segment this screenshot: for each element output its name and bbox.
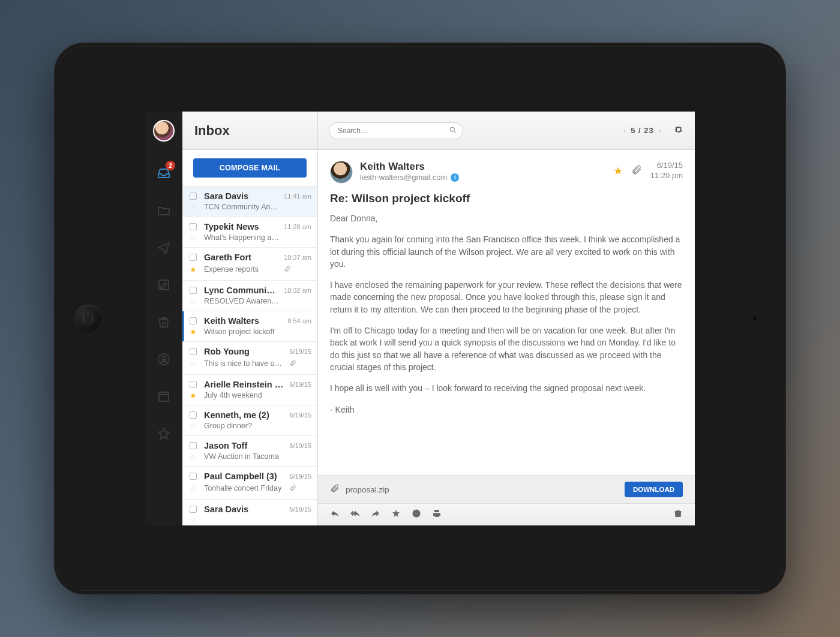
svg-point-4	[450, 127, 454, 131]
sender-avatar[interactable]	[330, 161, 353, 184]
attachment-indicator-icon	[284, 264, 311, 275]
star-icon[interactable]: ★	[190, 266, 199, 274]
attachment-name[interactable]: proposal.zip	[346, 485, 619, 494]
message-item[interactable]: Rob Young6/19/15☆This is nice to have on…	[182, 342, 317, 375]
compose-wrap: COMPOSE MAIL	[182, 150, 317, 187]
nav-drafts[interactable]	[145, 266, 182, 304]
download-button[interactable]: DOWNLOAD	[625, 482, 683, 497]
home-button[interactable]	[74, 305, 102, 332]
inbox-badge: 2	[166, 161, 175, 170]
message-sender: Kenneth, me (2)	[204, 410, 284, 420]
message-time: 6/18/15	[289, 506, 311, 513]
star-icon[interactable]: ★	[190, 328, 199, 336]
message-checkbox[interactable]	[190, 473, 197, 480]
message-time: 8:54 am	[287, 317, 311, 324]
search-field	[329, 122, 463, 139]
user-avatar[interactable]	[153, 120, 175, 142]
delete-button[interactable]	[673, 509, 683, 521]
action-bar	[318, 503, 695, 525]
search-icon[interactable]	[449, 126, 457, 137]
star-icon[interactable]: ★	[613, 164, 623, 178]
forward-button[interactable]	[371, 509, 380, 521]
message-time: 11:20 pm	[650, 171, 683, 181]
star-icon[interactable]: ☆	[190, 298, 199, 305]
message-item[interactable]: Keith Walters8:54 am★Wilson project kick…	[182, 311, 317, 342]
reply-all-button[interactable]	[350, 509, 360, 521]
message-checkbox[interactable]	[190, 254, 197, 261]
message-time: 11:41 am	[284, 193, 311, 200]
message-item[interactable]: Kenneth, me (2)6/19/15☆Group dinner?	[182, 405, 317, 436]
nav-contacts[interactable]	[145, 341, 182, 378]
tablet-frame: 2 Inbox	[54, 43, 786, 594]
pager-position: 5 / 23	[631, 126, 654, 135]
star-icon[interactable]: ☆	[190, 203, 199, 211]
nav-folders[interactable]	[145, 192, 182, 229]
message-checkbox[interactable]	[190, 193, 197, 200]
message-subject-preview: Tonhalle concert Friday	[204, 484, 284, 492]
message-checkbox[interactable]	[190, 506, 197, 513]
message-item[interactable]: Sara Davis11:41 am☆TCN Community Announc…	[182, 187, 317, 217]
search-input[interactable]	[329, 122, 463, 139]
message-item[interactable]: Lync Communica…10:32 am☆RESOLVED Awarene…	[182, 281, 317, 311]
message-item[interactable]: Sara Davis6/18/15☆	[182, 500, 317, 525]
message-sender: Rob Young	[204, 347, 284, 356]
message-item[interactable]: Typekit News11:28 am☆What's Happening at…	[182, 217, 317, 248]
pager: ‹ 5 / 23 ›	[623, 126, 661, 135]
message-time: 10:37 am	[284, 254, 311, 261]
message-item[interactable]: Arielle Reinstein (5)6/19/15★July 4th we…	[182, 375, 317, 405]
star-icon[interactable]: ☆	[190, 360, 199, 368]
settings-button[interactable]	[673, 124, 684, 137]
message-subject-preview: TCN Community Announcement	[204, 203, 279, 211]
message-time: 6/19/15	[289, 442, 311, 449]
message-checkbox[interactable]	[190, 411, 197, 419]
nav-inbox[interactable]: 2	[145, 155, 182, 192]
message-meta: Keith Walters keith-walters@gmail.com i …	[318, 150, 695, 190]
star-button[interactable]	[391, 509, 401, 521]
assign-button[interactable]	[412, 509, 421, 521]
reply-button[interactable]	[330, 509, 340, 521]
sender-email: keith-walters@gmail.com	[360, 173, 447, 182]
star-icon[interactable]: ☆	[190, 234, 199, 242]
message-subject: Re: Wilson project kickoff	[318, 190, 695, 212]
message-subject-preview: Group dinner?	[204, 422, 284, 430]
attachment-icon[interactable]	[631, 164, 642, 178]
sender-email-row: keith-walters@gmail.com i	[360, 173, 606, 182]
message-sender: Paul Campbell (3)	[204, 471, 284, 481]
message-item[interactable]: Gareth Fort10:37 am★Expense reports	[182, 248, 317, 281]
sender-name: Keith Walters	[360, 161, 606, 173]
message-checkbox[interactable]	[190, 381, 197, 388]
body-paragraph: - Keith	[330, 404, 683, 416]
message-subject-preview: VW Auction in Tacoma	[204, 452, 284, 461]
nav-sent[interactable]	[145, 229, 182, 266]
message-checkbox[interactable]	[190, 442, 197, 449]
paperclip-icon	[330, 483, 340, 495]
pager-next[interactable]: ›	[659, 126, 661, 135]
message-checkbox[interactable]	[190, 287, 197, 294]
message-checkbox[interactable]	[190, 348, 197, 355]
info-icon[interactable]: i	[451, 173, 459, 182]
reader-toolbar: ‹ 5 / 23 ›	[318, 112, 695, 150]
star-icon[interactable]: ★	[190, 392, 199, 399]
message-checkbox[interactable]	[190, 317, 197, 324]
message-subject-preview: RESOLVED Awareness: Comple…	[204, 297, 279, 305]
message-checkbox[interactable]	[190, 223, 197, 230]
star-icon[interactable]: ☆	[190, 485, 199, 492]
star-icon[interactable]: ☆	[190, 422, 199, 430]
svg-point-6	[415, 512, 418, 514]
sensor-icon	[764, 317, 767, 320]
nav-calendar[interactable]	[145, 378, 182, 415]
star-icon[interactable]: ☆	[190, 516, 199, 524]
message-item[interactable]: Paul Campbell (3)6/19/15☆Tonhalle concer…	[182, 467, 317, 500]
message-timestamp: 6/19/15 11:20 pm	[650, 161, 683, 181]
message-time: 11:28 am	[284, 223, 311, 230]
message-subject-preview: What's Happening at Typekit…	[204, 233, 279, 242]
nav-starred[interactable]	[145, 415, 182, 452]
print-button[interactable]	[432, 509, 442, 521]
nav-trash[interactable]	[145, 304, 182, 341]
compose-button[interactable]: COMPOSE MAIL	[193, 158, 307, 178]
message-sender: Typekit News	[204, 222, 279, 232]
pager-prev[interactable]: ‹	[623, 126, 626, 135]
star-icon[interactable]: ☆	[190, 453, 199, 461]
message-list[interactable]: Sara Davis11:41 am☆TCN Community Announc…	[182, 187, 317, 525]
message-item[interactable]: Jason Toff6/19/15☆VW Auction in Tacoma	[182, 436, 317, 467]
